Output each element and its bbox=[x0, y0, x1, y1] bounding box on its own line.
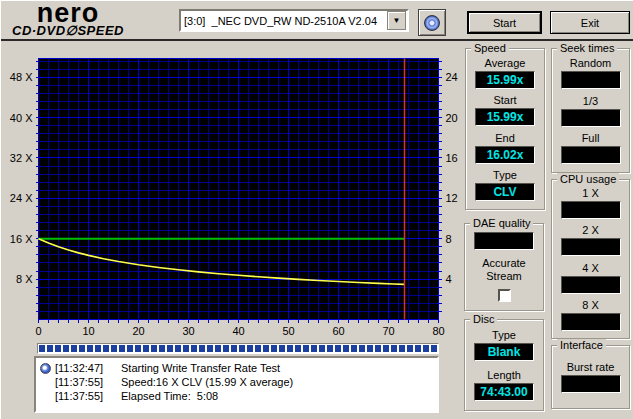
y-left-tick-label: 16 X bbox=[10, 233, 33, 245]
dae-quality-group-body: Accurate Stream bbox=[465, 226, 543, 308]
field-label: Average bbox=[485, 57, 526, 69]
x-tick-label: 60 bbox=[332, 325, 344, 337]
accurate-stream-label: Accurate Stream bbox=[469, 257, 539, 283]
y-right-tick-label: 12 bbox=[446, 192, 458, 204]
log-message: Speed:16 X CLV (15.99 X average) bbox=[121, 376, 293, 388]
speed-start-value: 15.99x bbox=[475, 108, 535, 126]
cpu-4x-field: 4 X bbox=[561, 262, 621, 294]
log-timestamp: [11:37:55] bbox=[55, 376, 111, 388]
cpu-2x-field: 2 X bbox=[561, 224, 621, 256]
field-label: Type bbox=[492, 329, 516, 341]
disc-length-value: 74:43.00 bbox=[474, 383, 534, 401]
y-left-tick-label: 40 X bbox=[10, 112, 33, 124]
log-timestamp: [11:37:55] bbox=[55, 390, 111, 402]
header-bar: nero CD·DVD∅SPEED [3:0] _NEC DVD_RW ND-2… bbox=[1, 1, 633, 41]
field-label: 4 X bbox=[582, 262, 599, 274]
seek-third-value bbox=[561, 109, 621, 127]
y-right-tick-label: 8 bbox=[446, 233, 452, 245]
cpu-usage-group: CPU usage 1 X 2 X 4 X 8 X bbox=[551, 179, 630, 339]
y-left-tick-label: 48 X bbox=[10, 71, 33, 83]
drive-selector[interactable]: [3:0] _NEC DVD_RW ND-2510A V2.04 ▼ bbox=[179, 9, 409, 32]
start-button[interactable]: Start bbox=[467, 11, 542, 34]
cpu-1x-value bbox=[561, 201, 621, 219]
seek-third-field: 1/3 bbox=[561, 95, 621, 127]
log-row[interactable]: [11:37:55] Speed:16 X CLV (15.99 X avera… bbox=[40, 375, 433, 389]
y-left-tick-label: 24 X bbox=[10, 192, 33, 204]
speed-end-field: End 16.02x bbox=[475, 132, 535, 164]
log-message: Starting Write Transfer Rate Test bbox=[121, 362, 280, 374]
x-tick-label: 0 bbox=[35, 325, 41, 337]
speed-end-value: 16.02x bbox=[475, 146, 535, 164]
seek-full-field: Full bbox=[561, 132, 621, 164]
x-tick-label: 50 bbox=[282, 325, 294, 337]
speed-group: Speed Average 15.99x Start 15.99x End 16… bbox=[465, 48, 545, 210]
disc-type-field: Type Blank bbox=[474, 329, 534, 361]
exit-button[interactable]: Exit bbox=[550, 11, 630, 34]
log-icon-cell bbox=[40, 363, 55, 374]
progress-bar bbox=[37, 343, 439, 354]
accurate-stream-checkbox[interactable] bbox=[498, 289, 511, 302]
y-right-tick-label: 24 bbox=[446, 71, 458, 83]
log-timestamp: [11:32:47] bbox=[55, 362, 111, 374]
disc-icon bbox=[40, 363, 51, 374]
seek-times-group: Seek times Random 1/3 Full bbox=[551, 48, 630, 173]
dae-quality-group: DAE quality Accurate Stream bbox=[464, 223, 544, 311]
field-label: 1/3 bbox=[583, 95, 598, 107]
field-label: Full bbox=[582, 132, 600, 144]
log-listbox[interactable]: [11:32:47] Starting Write Transfer Rate … bbox=[34, 356, 439, 413]
disc-length-field: Length 74:43.00 bbox=[474, 369, 534, 401]
disc-info-button[interactable] bbox=[418, 9, 446, 36]
app-window: nero CD·DVD∅SPEED [3:0] _NEC DVD_RW ND-2… bbox=[0, 0, 633, 419]
x-tick-label: 10 bbox=[82, 325, 94, 337]
x-tick-label: 80 bbox=[432, 325, 444, 337]
seek-random-value bbox=[561, 71, 621, 89]
cpu-4x-value bbox=[561, 276, 621, 294]
logo-nero-text: nero bbox=[3, 1, 133, 25]
field-label: Start bbox=[493, 94, 516, 106]
chart-grid bbox=[39, 59, 439, 320]
logo-cdspeed-text: CD·DVD∅SPEED bbox=[3, 25, 133, 37]
progress-bar-fill bbox=[39, 345, 437, 352]
field-label: Burst rate bbox=[567, 361, 615, 373]
speed-group-body: Average 15.99x Start 15.99x End 16.02x T… bbox=[466, 51, 544, 207]
seek-full-value bbox=[561, 146, 621, 164]
nero-logo: nero CD·DVD∅SPEED bbox=[3, 1, 133, 37]
disc-group: Disc Type Blank Length 74:43.00 bbox=[464, 319, 544, 411]
x-tick-label: 70 bbox=[382, 325, 394, 337]
speed-average-field: Average 15.99x bbox=[475, 57, 535, 89]
burst-rate-field: Burst rate bbox=[561, 361, 621, 393]
field-label: End bbox=[495, 132, 515, 144]
disc-icon bbox=[424, 15, 440, 31]
speed-type-value: CLV bbox=[475, 183, 535, 201]
seek-times-group-body: Random 1/3 Full bbox=[552, 51, 629, 170]
seek-random-field: Random bbox=[561, 57, 621, 89]
drive-selector-value[interactable]: [3:0] _NEC DVD_RW ND-2510A V2.04 bbox=[181, 15, 387, 27]
log-message: Elapsed Time: 5:08 bbox=[121, 390, 218, 402]
x-tick-label: 20 bbox=[132, 325, 144, 337]
field-label: 8 X bbox=[582, 299, 599, 311]
speed-average-value: 15.99x bbox=[475, 71, 535, 89]
speed-start-field: Start 15.99x bbox=[475, 94, 535, 126]
x-tick-label: 40 bbox=[232, 325, 244, 337]
x-tick-label: 30 bbox=[182, 325, 194, 337]
disc-type-value: Blank bbox=[474, 343, 534, 361]
cpu-1x-field: 1 X bbox=[561, 187, 621, 219]
field-label: 2 X bbox=[582, 224, 599, 236]
y-right-tick-label: 4 bbox=[446, 273, 452, 285]
y-right-tick-label: 20 bbox=[446, 112, 458, 124]
speed-type-field: Type CLV bbox=[475, 169, 535, 201]
log-row[interactable]: [11:37:55] Elapsed Time: 5:08 bbox=[40, 389, 433, 403]
cpu-usage-group-body: 1 X 2 X 4 X 8 X bbox=[552, 182, 629, 336]
chevron-down-icon[interactable]: ▼ bbox=[387, 11, 406, 30]
y-left-tick-label: 8 X bbox=[16, 273, 33, 285]
y-right-tick-label: 16 bbox=[446, 152, 458, 164]
field-label: 1 X bbox=[582, 187, 599, 199]
field-label: Type bbox=[493, 169, 517, 181]
cpu-2x-value bbox=[561, 238, 621, 256]
transfer-rate-chart: 8 X16 X24 X32 X40 X48 X48121620240102030… bbox=[1, 42, 463, 342]
cpu-8x-field: 8 X bbox=[561, 299, 621, 331]
log-row[interactable]: [11:32:47] Starting Write Transfer Rate … bbox=[40, 361, 433, 375]
burst-rate-value bbox=[561, 375, 621, 393]
y-left-tick-label: 32 X bbox=[10, 152, 33, 164]
disc-group-body: Type Blank Length 74:43.00 bbox=[465, 322, 543, 408]
